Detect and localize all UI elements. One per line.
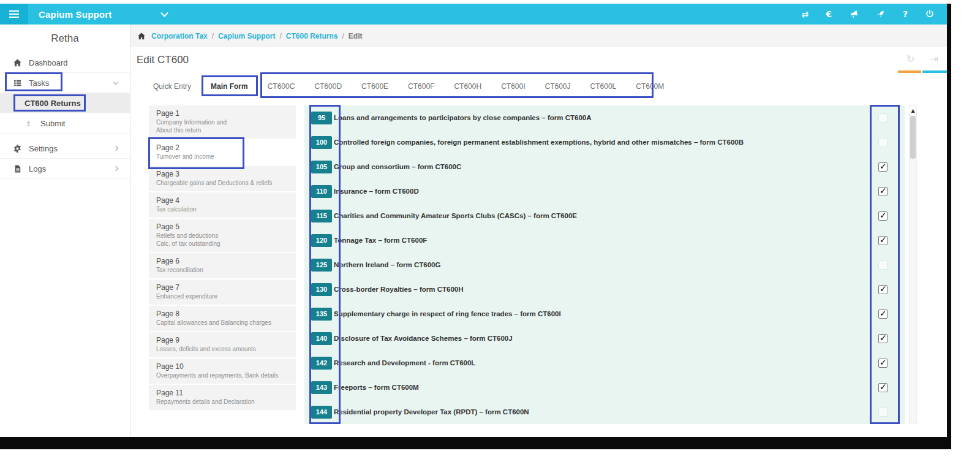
row-number-badge: 110: [311, 185, 332, 198]
form-row: 95 Loans and arrangements to participato…: [304, 105, 905, 130]
page-nav-subtitle: Enhanced expenditure: [156, 292, 288, 300]
row-number-badge: 115: [311, 210, 332, 222]
row-checkbox[interactable]: [878, 162, 888, 172]
breadcrumb-separator: /: [279, 32, 281, 40]
rocket-icon[interactable]: [876, 9, 886, 20]
page-nav-item-11[interactable]: Page 11 Repayments details and Declarati…: [149, 385, 296, 410]
row-label: Residential property Developer Tax (RPDT…: [334, 408, 878, 416]
sidebar-item-tasks[interactable]: Tasks: [0, 73, 130, 93]
breadcrumb-separator: /: [342, 32, 344, 40]
tab-ct600i[interactable]: CT600I: [501, 82, 525, 91]
row-checkbox[interactable]: [878, 383, 888, 392]
tab-ct600j[interactable]: CT600J: [545, 82, 571, 91]
row-label: Disclosure of Tax Avoidance Schemes – fo…: [334, 335, 878, 342]
form-row: 144 Residential property Developer Tax (…: [304, 400, 905, 424]
row-label: Research and Development - form CT600L: [334, 359, 878, 367]
row-checkbox[interactable]: [878, 310, 888, 319]
tab-ct600l[interactable]: CT600L: [590, 82, 617, 91]
tab-quick-entry[interactable]: Quick Entry: [153, 82, 191, 91]
form-row: 130 Cross-border Royalties – form CT600H: [304, 277, 905, 302]
tab-ct600e[interactable]: CT600E: [361, 82, 388, 91]
row-label: Loans and arrangements to participators …: [334, 114, 878, 121]
row-checkbox[interactable]: [878, 187, 888, 196]
breadcrumb-separator: /: [212, 32, 214, 40]
page-nav-item-6[interactable]: Page 6 Tax reconciliation: [149, 253, 296, 278]
row-number-badge: 142: [311, 357, 332, 370]
row-checkbox[interactable]: [878, 138, 888, 147]
sidebar-item-label: Logs: [29, 164, 46, 173]
sidebar-item-submit[interactable]: Submit: [0, 113, 130, 134]
scrollbar-thumb[interactable]: [910, 116, 916, 159]
expand-icon[interactable]: ⇥: [930, 53, 938, 65]
transfer-icon[interactable]: ⇄: [801, 9, 809, 20]
sidebar-item-label: Settings: [29, 144, 58, 153]
sidebar-item-logs[interactable]: Logs: [0, 159, 130, 179]
megaphone-icon[interactable]: [849, 9, 859, 20]
row-checkbox[interactable]: [878, 408, 888, 417]
main-content: Corporation Tax / Capium Support / CT600…: [130, 25, 947, 437]
help-icon[interactable]: ?: [903, 9, 908, 20]
page-nav-item-8[interactable]: Page 8 Capital allowances and Balancing …: [149, 306, 296, 331]
refresh-icon[interactable]: ↻: [907, 53, 915, 65]
page-nav-item-1[interactable]: Page 1 Company Information and About thi…: [149, 105, 296, 139]
row-label: Tonnage Tax – form CT600F: [334, 237, 878, 244]
user-name: Retha: [0, 25, 130, 53]
home-icon[interactable]: [137, 32, 146, 40]
row-number-badge: 144: [311, 406, 332, 419]
form-row: 100 Controlled foreign companies, foreig…: [304, 130, 905, 154]
tab-ct600m[interactable]: CT600M: [636, 82, 664, 91]
row-checkbox[interactable]: [878, 260, 888, 270]
page-nav-item-9[interactable]: Page 9 Losses, deficits and excess amoun…: [149, 332, 296, 357]
breadcrumb-link-ct600-returns[interactable]: CT600 Returns: [286, 32, 338, 40]
sidebar-item-settings[interactable]: Settings: [0, 139, 130, 159]
chevron-down-icon[interactable]: [160, 9, 168, 17]
tab-ct600c[interactable]: CT600C: [268, 82, 295, 91]
page-nav-item-2[interactable]: Page 2 Turnover and Income: [149, 140, 296, 165]
row-checkbox[interactable]: [878, 334, 888, 343]
hamburger-menu-button[interactable]: [0, 4, 28, 25]
vertical-scrollbar[interactable]: ▲: [909, 105, 917, 424]
row-number-badge: 100: [311, 136, 332, 149]
row-checkbox[interactable]: [878, 211, 888, 221]
topbar: Capium Support ⇄ € ?: [0, 4, 947, 25]
breadcrumb-link-corporation-tax[interactable]: Corporation Tax: [151, 32, 208, 40]
breadcrumb-link-capium-support[interactable]: Capium Support: [218, 32, 275, 40]
page-nav-item-7[interactable]: Page 7 Enhanced expenditure: [149, 279, 296, 305]
row-checkbox[interactable]: [878, 285, 888, 294]
tab-main-form[interactable]: Main Form: [211, 82, 248, 91]
topbar-icons: ⇄ € ?: [801, 9, 947, 20]
page-nav-title: Page 2: [156, 143, 288, 152]
page-nav-title: Page 1: [156, 109, 288, 118]
row-number-badge: 135: [311, 308, 332, 321]
page-title: Edit CT600: [137, 54, 189, 66]
row-label: Cross-border Royalties – form CT600H: [334, 286, 878, 293]
sidebar-item-ct600-returns[interactable]: CT600 Returns: [0, 93, 130, 113]
header-progress-cyan: [922, 70, 947, 73]
tab-ct600d[interactable]: CT600D: [314, 82, 342, 91]
page-nav-title: Page 8: [156, 310, 288, 318]
page-nav-item-3[interactable]: Page 3 Chargeable gains and Deductions &…: [149, 166, 296, 191]
row-checkbox[interactable]: [878, 113, 888, 123]
breadcrumb: Corporation Tax / Capium Support / CT600…: [130, 25, 947, 47]
page-nav-item-4[interactable]: Page 4 Tax calculation: [149, 192, 296, 218]
pages-nav: Page 1 Company Information and About thi…: [149, 105, 296, 411]
tab-ct600h[interactable]: CT600H: [454, 82, 481, 91]
row-checkbox[interactable]: [878, 236, 888, 245]
page-nav-item-10[interactable]: Page 10 Overpayments and repayments, Ban…: [149, 359, 296, 384]
page-nav-item-5[interactable]: Page 5 Reliefs and deductions Calc. of t…: [149, 219, 296, 252]
page-nav-title: Page 5: [156, 222, 288, 231]
sidebar-item-label: Tasks: [29, 78, 49, 88]
tab-ct600f[interactable]: CT600F: [408, 82, 434, 91]
page-nav-title: Page 3: [156, 170, 288, 178]
row-number-badge: 130: [311, 283, 332, 296]
tasks-icon: [13, 78, 23, 88]
euro-icon[interactable]: €: [826, 9, 832, 20]
sidebar-item-dashboard[interactable]: Dashboard: [0, 53, 130, 73]
power-icon[interactable]: [925, 9, 935, 20]
row-checkbox[interactable]: [878, 359, 888, 368]
sidebar-item-label: Submit: [40, 119, 65, 128]
page-nav-subtitle: Losses, deficits and excess amounts: [156, 345, 288, 353]
sidebar-item-label: Dashboard: [29, 58, 68, 67]
page-nav-title: Page 4: [156, 196, 288, 205]
scroll-up-arrow-icon[interactable]: ▲: [910, 106, 916, 115]
